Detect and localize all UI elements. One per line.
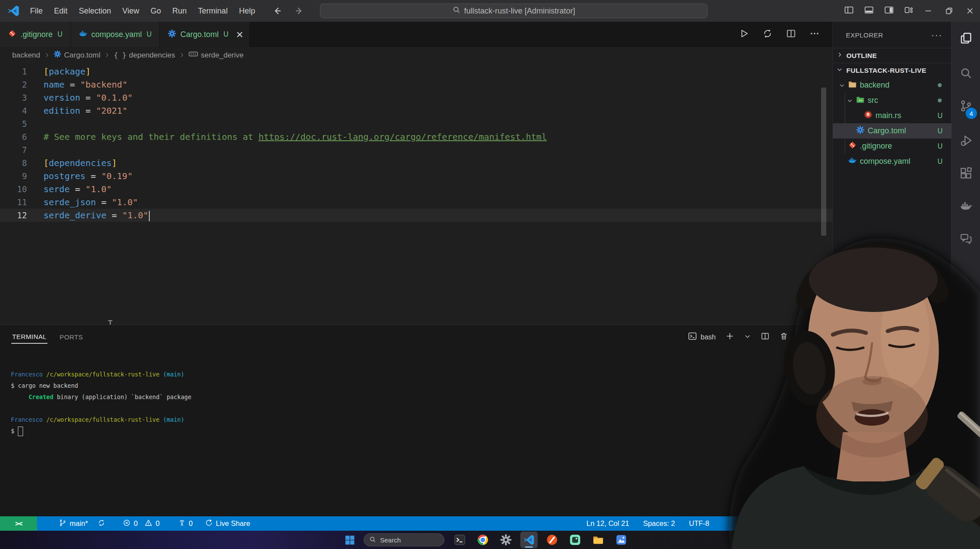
code-link[interactable]: https://doc.rust-lang.org/cargo/referenc… (259, 132, 547, 142)
status-tower[interactable]: 0 (178, 519, 193, 529)
share-icon (205, 519, 213, 529)
activity-explorer[interactable] (952, 26, 980, 52)
customize-layout-icon[interactable] (904, 5, 914, 17)
code-line-8[interactable]: 8[dependencies] (0, 156, 832, 169)
restore-button[interactable] (939, 0, 960, 22)
kill-terminal-icon[interactable] (779, 332, 788, 342)
breadcrumb-item-dependencies[interactable]: { }dependencies (114, 51, 175, 60)
taskbar-app-recorder[interactable] (566, 532, 584, 548)
status-right-item[interactable]: Spaces: 2 (643, 519, 675, 528)
menu-view[interactable]: View (117, 0, 145, 22)
status-sync[interactable] (98, 519, 105, 529)
tree-item-compose-yaml[interactable]: compose.yamlU (833, 154, 951, 169)
menu-go[interactable]: Go (145, 0, 167, 22)
taskbar-app-vscode[interactable] (520, 532, 538, 548)
tab--gitignore[interactable]: .gitignoreU (0, 22, 71, 47)
activity-comments[interactable] (952, 227, 980, 253)
terminal-more-icon[interactable] (798, 332, 807, 342)
tree-item-cargo-toml[interactable]: Cargo.tomlU (833, 123, 951, 139)
code-line-7[interactable]: 7 (0, 143, 832, 156)
menu-file[interactable]: File (24, 0, 48, 22)
line-number: 9 (0, 169, 27, 183)
breadcrumb-label: dependencies (129, 51, 175, 60)
section-outline[interactable]: OUTLINE (833, 48, 951, 63)
taskbar-app-photos[interactable] (613, 532, 630, 548)
toggle-sidebar-icon[interactable] (844, 5, 854, 17)
breadcrumb-item-backend[interactable]: backend (12, 51, 40, 60)
breadcrumb-item-cargo-toml[interactable]: Cargo.toml (54, 50, 100, 60)
code-line-9[interactable]: 9postgres = "0.19" (0, 169, 832, 183)
panel-tab-terminal[interactable]: TERMINAL (11, 330, 47, 344)
windows-start-icon[interactable] (342, 532, 357, 547)
docker-icon (960, 200, 973, 214)
git-status-badge: U (937, 158, 943, 166)
menu-run[interactable]: Run (167, 0, 192, 22)
close-button[interactable] (960, 0, 980, 22)
terminal-dropdown-icon[interactable] (744, 333, 751, 342)
menu-edit[interactable]: Edit (48, 0, 73, 22)
status-warning[interactable]: 0 (145, 519, 159, 529)
code-line-1[interactable]: 1[package] (0, 65, 832, 78)
forward-arrow-icon[interactable] (294, 6, 304, 16)
line-number: 10 (0, 183, 27, 196)
activity-run-debug[interactable] (952, 129, 980, 155)
activity-source-control[interactable]: 4 (952, 94, 980, 120)
tab-compose-yaml[interactable]: compose.yamlU (71, 22, 160, 47)
menu-help[interactable]: Help (233, 0, 261, 22)
tab-cargo-toml[interactable]: Cargo.tomlU✕ (160, 22, 250, 47)
tree-item-src[interactable]: <>src (833, 93, 951, 108)
code-line-3[interactable]: 3version = "0.1.0" (0, 91, 832, 104)
activity-extensions[interactable] (952, 161, 980, 187)
modified-dot-badge (938, 83, 942, 87)
status-branch[interactable]: main* (59, 519, 88, 529)
toggle-panel-icon[interactable] (864, 5, 874, 17)
activity-docker[interactable] (952, 194, 980, 220)
run-or-debug-icon[interactable] (762, 28, 773, 41)
code-line-12[interactable]: 12serde_derive = "1.0" (0, 209, 832, 222)
code-editor[interactable]: I 1[package]2name = "backend"3version = … (0, 63, 832, 325)
status-right-item[interactable]: Ln 12, Col 21 (586, 519, 629, 528)
split-terminal-icon[interactable] (761, 332, 770, 342)
terminal-output[interactable]: Francesco /c/workspace/fullstack-rust-li… (0, 349, 832, 516)
back-arrow-icon[interactable] (272, 6, 283, 16)
vscode-window: FileEditSelectionViewGoRunTerminalHelp f… (0, 0, 980, 549)
menu-selection[interactable]: Selection (73, 0, 117, 22)
explorer-more-icon[interactable]: ··· (931, 30, 943, 40)
menu-terminal[interactable]: Terminal (192, 0, 233, 22)
tree-item-backend[interactable]: backend (833, 78, 951, 93)
command-center-search[interactable]: fullstack-rust-live [Administrator] (320, 3, 707, 18)
code-line-10[interactable]: 10serde = "1.0" (0, 183, 832, 196)
close-tab-icon[interactable]: ✕ (236, 30, 244, 39)
status-share[interactable]: Live Share (205, 519, 250, 529)
tree-label: compose.yaml (860, 157, 910, 166)
status-right-item[interactable]: UTF-8 (689, 519, 710, 528)
panel-tab-ports[interactable]: PORTS (59, 331, 84, 343)
editor-more-actions-icon[interactable] (809, 28, 820, 41)
taskbar-app-chrome[interactable] (474, 532, 492, 548)
breadcrumb-item-serde_derive[interactable]: serde_derive (189, 50, 243, 60)
code-line-5[interactable]: 5 (0, 117, 832, 130)
tree-item--gitignore[interactable]: .gitignoreU (833, 139, 951, 154)
run-icon[interactable] (739, 28, 749, 41)
activity-search[interactable] (952, 61, 980, 87)
status-error[interactable]: 0 (123, 519, 138, 529)
taskbar-search[interactable]: Search (364, 533, 445, 546)
code-line-6[interactable]: 6# See more keys and their definitions a… (0, 130, 832, 143)
tree-item-main-rs[interactable]: Rmain.rsU (833, 108, 951, 123)
minimize-button[interactable] (918, 0, 939, 22)
shell-label[interactable]: bash (688, 332, 716, 342)
remote-indicator[interactable]: >< (0, 516, 37, 531)
taskbar-app-settings[interactable] (497, 532, 515, 548)
new-terminal-icon[interactable] (725, 332, 734, 342)
toggle-secondary-sidebar-icon[interactable] (884, 5, 894, 17)
code-line-11[interactable]: 11serde_json = "1.0" (0, 196, 832, 209)
symbol-key-icon (189, 50, 198, 60)
section-fullstack-rust-live[interactable]: FULLSTACK-RUST-LIVE (833, 63, 951, 78)
taskbar-app-terminal-app[interactable] (451, 532, 468, 548)
text-caret (149, 211, 150, 221)
code-line-2[interactable]: 2name = "backend" (0, 78, 832, 91)
taskbar-app-opera[interactable] (543, 532, 561, 548)
split-editor-icon[interactable] (786, 28, 796, 41)
taskbar-app-files-app[interactable] (589, 532, 607, 548)
code-line-4[interactable]: 4edition = "2021" (0, 104, 832, 117)
